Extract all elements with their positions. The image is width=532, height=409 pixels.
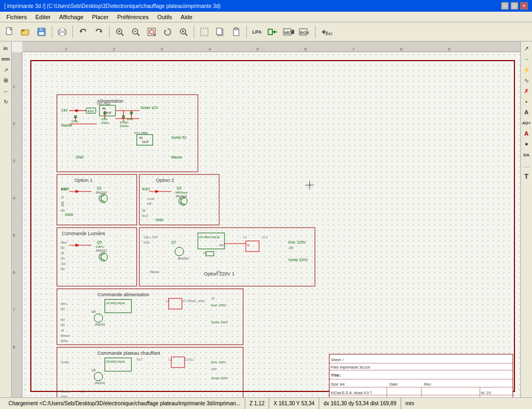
box-button[interactable]: BOX	[297, 24, 312, 39]
svg-text:R3: R3	[61, 318, 65, 321]
new-button[interactable]	[2, 24, 17, 39]
redo-button[interactable]	[92, 24, 106, 39]
svg-marker-88	[76, 190, 79, 193]
svg-rect-2	[21, 30, 24, 31]
paste-button[interactable]	[229, 24, 244, 39]
menu-editer[interactable]: Editer	[31, 13, 55, 21]
svg-text:Q3: Q3	[97, 240, 102, 245]
svg-text:Alim: Alim	[61, 302, 67, 305]
menu-outils[interactable]: Outils	[153, 13, 176, 21]
svg-text:R9: R9	[61, 268, 65, 271]
svg-text:200u: 200u	[61, 339, 68, 343]
junction-tool[interactable]: •	[522, 97, 531, 106]
wire-bus-tool[interactable]: ∿	[522, 76, 531, 85]
svg-text:J9: J9	[61, 252, 64, 255]
svg-text:GND: GND	[65, 213, 73, 216]
svg-text:Masse: Masse	[171, 155, 182, 159]
toolbar: LPA NET BOX BACK	[0, 22, 532, 41]
svg-text:Option 2: Option 2	[156, 178, 174, 183]
menu-affichage[interactable]: Affichage	[55, 13, 88, 21]
svg-text:Sortie 12V: Sortie 12V	[140, 106, 158, 110]
svg-text:100n: 100n	[71, 120, 78, 123]
global-label-tool[interactable]: AD+	[522, 118, 531, 128]
open-button[interactable]	[18, 24, 33, 39]
unit-mm[interactable]: mm	[1, 54, 11, 64]
svg-rect-28	[217, 28, 222, 35]
svg-text:F1: F1	[203, 252, 207, 255]
no-connect-tool[interactable]: ✗	[522, 86, 531, 96]
maximize-button[interactable]: □	[511, 2, 518, 10]
schematic-canvas[interactable]: Alimentation 24V Masse 4007 100n IN OUT	[22, 52, 520, 397]
svg-text:L2: L2	[166, 299, 170, 303]
label-tool[interactable]: A	[522, 107, 531, 117]
svg-text:C1CLL: C1CLL	[185, 358, 195, 361]
cursor-tool[interactable]: ↗	[522, 44, 531, 53]
net-button[interactable]: LPA	[250, 24, 264, 39]
title-bar: [ imprimante 3d /] (C:\Users\Seb\Desktop…	[0, 0, 532, 12]
menu-bar: Fichiers Editer Affichage Placer Préfére…	[0, 12, 532, 22]
rotate-tool[interactable]: ↻	[1, 97, 11, 106]
power-tool[interactable]: DA	[522, 150, 531, 160]
menu-aide[interactable]: Aide	[177, 13, 197, 21]
svg-text:Date:: Date:	[389, 382, 398, 386]
component-tool[interactable]: ▪	[522, 139, 531, 149]
cursor-arrow[interactable]: ↗	[1, 65, 11, 74]
svg-text:100n: 100n	[101, 118, 107, 121]
svg-rect-36	[292, 30, 294, 34]
svg-text:Title:: Title:	[331, 373, 341, 378]
select-button[interactable]	[197, 24, 212, 39]
svg-rect-5	[39, 32, 44, 35]
wire-tool[interactable]: →	[522, 54, 531, 64]
menu-fichiers[interactable]: Fichiers	[2, 13, 31, 21]
svg-text:V4 L7805: V4 L7805	[134, 131, 148, 135]
zoom-in-button[interactable]	[112, 24, 127, 39]
zoom-reset-button[interactable]	[160, 24, 175, 39]
canvas-area[interactable]: 1 2 3 4 5 6 7 8 9 1 2 3 4 5 6 7 8	[12, 41, 520, 397]
svg-text:MOSxxx: MOSxxx	[176, 191, 188, 194]
svg-text:Sortie 5V: Sortie 5V	[171, 136, 187, 139]
bus-tool[interactable]: ⚡	[522, 65, 531, 74]
svg-text:Opt L 220: Opt L 220	[144, 236, 158, 239]
zoom-out-button[interactable]	[128, 24, 143, 39]
move-tool[interactable]: ↔	[1, 86, 11, 96]
svg-text:2N2222: 2N2222	[95, 381, 105, 385]
status-position: X 161,30 Y 53,34	[269, 398, 319, 409]
svg-rect-134	[139, 228, 315, 286]
svg-point-182	[94, 372, 103, 381]
svg-text:200u: 200u	[61, 395, 68, 397]
svg-text:Sortie 220V: Sortie 220V	[211, 321, 228, 324]
svg-text:D5: D5	[61, 323, 65, 327]
text-tool[interactable]: T	[522, 171, 531, 181]
save-button[interactable]	[34, 24, 49, 39]
svg-rect-83	[57, 174, 137, 225]
close-button[interactable]: ✕	[520, 2, 528, 10]
svg-rect-4	[39, 28, 43, 31]
hier-label-tool[interactable]: A	[522, 129, 531, 138]
print-button[interactable]	[55, 24, 70, 39]
line-tool[interactable]: …	[522, 161, 531, 170]
menu-placer[interactable]: Placer	[88, 13, 113, 21]
svg-text:1000u: 1000u	[120, 121, 129, 124]
svg-text:Entr. 220v: Entr. 220v	[211, 361, 226, 364]
minimize-button[interactable]: ─	[501, 2, 509, 10]
grid-tool[interactable]: ⊕	[1, 76, 11, 85]
hier-button[interactable]	[265, 24, 280, 39]
unit-in[interactable]: in	[1, 44, 11, 53]
svg-point-163	[94, 314, 103, 322]
next-button[interactable]: NET	[281, 24, 296, 39]
zoom-search-button[interactable]	[176, 24, 191, 39]
menu-preferences[interactable]: Préférences	[113, 13, 153, 21]
svg-text:KiCad E.D.A.  kicad 4.0.7: KiCad E.D.A. kicad 4.0.7	[331, 391, 372, 395]
undo-button[interactable]	[76, 24, 90, 39]
sep1	[52, 26, 52, 38]
right-toolbar: ↗ → ⚡ ∿ ✗ • A AD+ A ▪ DA … T	[520, 41, 532, 397]
zoom-fit-button[interactable]	[144, 24, 159, 39]
svg-text:G4P1: G4P1	[96, 245, 104, 248]
svg-text:2N2222: 2N2222	[178, 257, 189, 260]
svg-text:CL2: CL2	[262, 236, 268, 239]
copy-button[interactable]	[213, 24, 228, 39]
svg-text:4007: 4007	[142, 187, 151, 191]
back-button[interactable]: BACK	[318, 24, 333, 39]
svg-text:J4: J4	[61, 329, 64, 332]
left-toolbar: in mm ↗ ⊕ ↔ ↻	[0, 41, 12, 397]
